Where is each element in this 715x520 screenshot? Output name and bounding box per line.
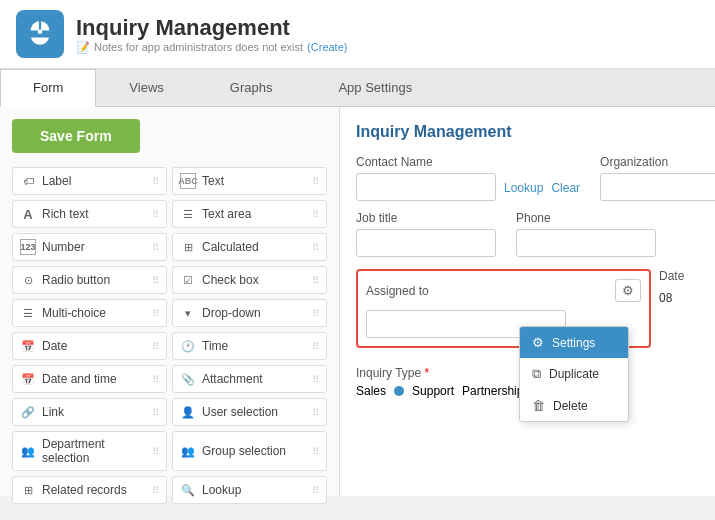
sales-option[interactable]: Sales xyxy=(356,384,386,398)
multi-choice-icon: ☰ xyxy=(20,305,36,321)
field-radio-label: Radio button xyxy=(42,273,110,287)
field-multi-choice[interactable]: ☰ Multi-choice ⠿ xyxy=(12,299,167,327)
context-menu-duplicate[interactable]: ⧉ Duplicate xyxy=(520,358,628,390)
drag-handle: ⠿ xyxy=(152,176,159,187)
field-group-label: Group selection xyxy=(202,444,286,458)
field-time[interactable]: 🕐 Time ⠿ xyxy=(172,332,327,360)
date-label: Date xyxy=(659,269,699,283)
phone-input[interactable] xyxy=(516,229,656,257)
header-subtitle: 📝 Notes for app administrators does not … xyxy=(76,41,347,54)
field-related-records[interactable]: ⊞ Related records ⠿ xyxy=(12,476,167,504)
drag-handle: ⠿ xyxy=(312,242,319,253)
support-option[interactable]: Support xyxy=(412,384,454,398)
field-radio-button[interactable]: ⊙ Radio button ⠿ xyxy=(12,266,167,294)
context-duplicate-label: Duplicate xyxy=(549,367,599,381)
field-user-label: User selection xyxy=(202,405,278,419)
context-menu: ⚙ Settings ⧉ Duplicate 🗑 Delete xyxy=(519,326,629,422)
save-form-button[interactable]: Save Form xyxy=(12,119,140,153)
time-icon: 🕐 xyxy=(180,338,196,354)
lookup-link[interactable]: Lookup xyxy=(504,181,543,195)
field-text-label: Text xyxy=(202,174,224,188)
field-datetime-label: Date and time xyxy=(42,372,117,386)
field-attachment[interactable]: 📎 Attachment ⠿ xyxy=(172,365,327,393)
field-dropdown[interactable]: ▾ Drop-down ⠿ xyxy=(172,299,327,327)
note-icon: 📝 xyxy=(76,41,90,54)
main-content: Save Form 🏷 Label ⠿ ABC Text ⠿ A Rich te… xyxy=(0,107,715,496)
tab-graphs[interactable]: Graphs xyxy=(197,69,306,106)
context-menu-settings[interactable]: ⚙ Settings xyxy=(520,327,628,358)
field-rich-text-label: Rich text xyxy=(42,207,89,221)
form-title: Inquiry Management xyxy=(356,123,699,141)
field-gear-button[interactable]: ⚙ xyxy=(615,279,641,302)
app-title: Inquiry Management xyxy=(76,15,347,41)
field-text-area[interactable]: ☰ Text area ⠿ xyxy=(172,200,327,228)
field-number-label: Number xyxy=(42,240,85,254)
field-list: 🏷 Label ⠿ ABC Text ⠿ A Rich text ⠿ ☰ Tex… xyxy=(12,167,327,504)
drag-handle: ⠿ xyxy=(312,407,319,418)
contact-name-group: Contact Name Lookup Clear xyxy=(356,155,580,201)
field-attachment-label: Attachment xyxy=(202,372,263,386)
field-multi-choice-label: Multi-choice xyxy=(42,306,106,320)
drag-handle: ⠿ xyxy=(312,209,319,220)
field-time-label: Time xyxy=(202,339,228,353)
field-lookup[interactable]: 🔍 Lookup ⠿ xyxy=(172,476,327,504)
delete-icon: 🗑 xyxy=(532,398,545,413)
organization-input[interactable] xyxy=(600,173,715,201)
support-dot xyxy=(394,386,404,396)
tab-form[interactable]: Form xyxy=(0,69,96,107)
header-text-block: Inquiry Management 📝 Notes for app admin… xyxy=(76,15,347,54)
job-title-input[interactable] xyxy=(356,229,496,257)
field-number[interactable]: 123 Number ⠿ xyxy=(12,233,167,261)
job-title-label: Job title xyxy=(356,211,496,225)
clear-link[interactable]: Clear xyxy=(551,181,580,195)
rich-text-icon: A xyxy=(20,206,36,222)
drag-handle: ⠿ xyxy=(152,374,159,385)
attachment-icon: 📎 xyxy=(180,371,196,387)
field-checkbox-label: Check box xyxy=(202,273,259,287)
field-check-box[interactable]: ☑ Check box ⠿ xyxy=(172,266,327,294)
field-date-time[interactable]: 📅 Date and time ⠿ xyxy=(12,365,167,393)
field-label-text: Label xyxy=(42,174,71,188)
number-icon: 123 xyxy=(20,239,36,255)
drag-handle: ⠿ xyxy=(152,275,159,286)
field-date[interactable]: 📅 Date ⠿ xyxy=(12,332,167,360)
field-link-label: Link xyxy=(42,405,64,419)
tab-app-settings[interactable]: App Settings xyxy=(305,69,445,106)
field-label[interactable]: 🏷 Label ⠿ xyxy=(12,167,167,195)
drag-handle: ⠿ xyxy=(152,407,159,418)
field-link[interactable]: 🔗 Link ⠿ xyxy=(12,398,167,426)
field-calculated[interactable]: ⊞ Calculated ⠿ xyxy=(172,233,327,261)
drag-handle: ⠿ xyxy=(312,485,319,496)
drag-handle: ⠿ xyxy=(312,275,319,286)
settings-icon: ⚙ xyxy=(532,335,544,350)
app-icon xyxy=(16,10,64,58)
partnership-option[interactable]: Partnership xyxy=(462,384,523,398)
text-area-icon: ☰ xyxy=(180,206,196,222)
create-link[interactable]: (Create) xyxy=(307,41,347,53)
field-text[interactable]: ABC Text ⠿ xyxy=(172,167,327,195)
date-group: Date 08 xyxy=(659,269,699,305)
field-rich-text[interactable]: A Rich text ⠿ xyxy=(12,200,167,228)
related-icon: ⊞ xyxy=(20,482,36,498)
radio-icon: ⊙ xyxy=(20,272,36,288)
contact-org-row: Contact Name Lookup Clear Organization xyxy=(356,155,699,201)
drag-handle: ⠿ xyxy=(152,308,159,319)
organization-group: Organization xyxy=(600,155,715,201)
contact-name-input[interactable] xyxy=(356,173,496,201)
field-lookup-label: Lookup xyxy=(202,483,241,497)
drag-handle: ⠿ xyxy=(152,341,159,352)
drag-handle: ⠿ xyxy=(312,374,319,385)
dept-icon: 👥 xyxy=(20,443,36,459)
tab-views[interactable]: Views xyxy=(96,69,196,106)
field-group-selection[interactable]: 👥 Group selection ⠿ xyxy=(172,431,327,471)
drag-handle: ⠿ xyxy=(152,485,159,496)
context-menu-delete[interactable]: 🗑 Delete xyxy=(520,390,628,421)
dropdown-icon: ▾ xyxy=(180,305,196,321)
assigned-date-row: Assigned to ⚙ ⚙ Settings ⧉ Duplicate � xyxy=(356,269,699,358)
mouse-icon xyxy=(26,20,54,48)
field-user-selection[interactable]: 👤 User selection ⠿ xyxy=(172,398,327,426)
user-selection-icon: 👤 xyxy=(180,404,196,420)
field-dept-selection[interactable]: 👥 Department selection ⠿ xyxy=(12,431,167,471)
context-settings-label: Settings xyxy=(552,336,595,350)
datetime-icon: 📅 xyxy=(20,371,36,387)
